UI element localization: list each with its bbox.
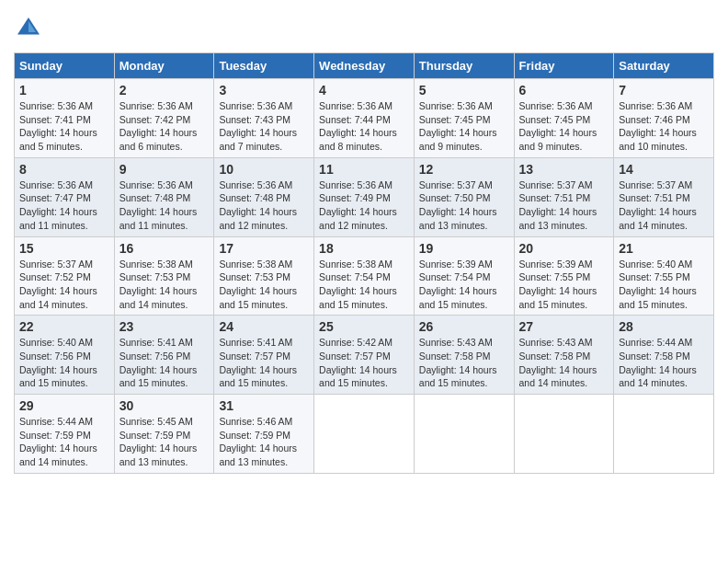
day-info: Sunrise: 5:37 AMSunset: 7:51 PMDaylight:… (519, 178, 609, 233)
day-number: 15 (19, 241, 109, 256)
weekday-header: Wednesday (314, 53, 415, 79)
day-number: 23 (119, 319, 210, 334)
day-info: Sunrise: 5:43 AMSunset: 7:58 PMDaylight:… (519, 336, 609, 390)
day-number: 19 (419, 241, 509, 256)
day-number: 27 (519, 319, 609, 334)
day-number: 13 (519, 162, 609, 177)
day-number: 28 (619, 319, 709, 334)
day-number: 11 (319, 162, 409, 177)
calendar-cell: 7 Sunrise: 5:36 AMSunset: 7:46 PMDayligh… (614, 79, 714, 158)
day-info: Sunrise: 5:42 AMSunset: 7:57 PMDaylight:… (319, 336, 409, 390)
day-number: 6 (519, 83, 609, 98)
weekday-header: Thursday (414, 53, 514, 79)
day-info: Sunrise: 5:36 AMSunset: 7:49 PMDaylight:… (319, 178, 409, 233)
day-number: 10 (219, 162, 309, 177)
day-info: Sunrise: 5:36 AMSunset: 7:48 PMDaylight:… (219, 178, 309, 233)
calendar-cell: 29 Sunrise: 5:44 AMSunset: 7:59 PMDaylig… (15, 395, 115, 474)
weekday-header: Friday (514, 53, 614, 79)
calendar-cell: 12 Sunrise: 5:37 AMSunset: 7:50 PMDaylig… (414, 157, 514, 236)
calendar-cell: 6 Sunrise: 5:36 AMSunset: 7:45 PMDayligh… (514, 79, 614, 158)
calendar-cell (314, 395, 415, 474)
calendar-week-row: 15 Sunrise: 5:37 AMSunset: 7:52 PMDaylig… (15, 236, 714, 316)
weekday-header: Saturday (614, 53, 714, 79)
header (14, 14, 714, 43)
day-info: Sunrise: 5:37 AMSunset: 7:51 PMDaylight:… (619, 178, 709, 233)
calendar-week-row: 1 Sunrise: 5:36 AMSunset: 7:41 PMDayligh… (15, 79, 714, 158)
day-info: Sunrise: 5:36 AMSunset: 7:42 PMDaylight:… (119, 99, 210, 154)
day-number: 12 (419, 162, 509, 177)
day-number: 24 (219, 319, 309, 334)
calendar-cell: 18 Sunrise: 5:38 AMSunset: 7:54 PMDaylig… (314, 236, 415, 316)
day-number: 22 (19, 319, 109, 334)
calendar-cell: 20 Sunrise: 5:39 AMSunset: 7:55 PMDaylig… (514, 236, 614, 316)
calendar-cell: 25 Sunrise: 5:42 AMSunset: 7:57 PMDaylig… (314, 316, 415, 395)
calendar-cell: 22 Sunrise: 5:40 AMSunset: 7:56 PMDaylig… (15, 316, 115, 395)
calendar-cell: 21 Sunrise: 5:40 AMSunset: 7:55 PMDaylig… (614, 236, 714, 316)
calendar-week-row: 29 Sunrise: 5:44 AMSunset: 7:59 PMDaylig… (15, 395, 714, 474)
calendar-cell: 30 Sunrise: 5:45 AMSunset: 7:59 PMDaylig… (114, 395, 214, 474)
calendar-cell: 10 Sunrise: 5:36 AMSunset: 7:48 PMDaylig… (214, 157, 314, 236)
day-info: Sunrise: 5:38 AMSunset: 7:54 PMDaylight:… (319, 258, 409, 312)
day-number: 26 (419, 319, 509, 334)
calendar-cell: 14 Sunrise: 5:37 AMSunset: 7:51 PMDaylig… (614, 157, 714, 236)
calendar-cell: 8 Sunrise: 5:36 AMSunset: 7:47 PMDayligh… (15, 157, 115, 236)
day-info: Sunrise: 5:38 AMSunset: 7:53 PMDaylight:… (219, 258, 309, 312)
day-info: Sunrise: 5:44 AMSunset: 7:59 PMDaylight:… (19, 415, 109, 469)
calendar-cell: 13 Sunrise: 5:37 AMSunset: 7:51 PMDaylig… (514, 157, 614, 236)
day-number: 16 (119, 241, 210, 256)
day-info: Sunrise: 5:39 AMSunset: 7:55 PMDaylight:… (519, 258, 609, 312)
weekday-header: Monday (114, 53, 214, 79)
calendar-cell: 3 Sunrise: 5:36 AMSunset: 7:43 PMDayligh… (214, 79, 314, 158)
calendar-cell (514, 395, 614, 474)
day-number: 14 (619, 162, 709, 177)
day-info: Sunrise: 5:37 AMSunset: 7:52 PMDaylight:… (19, 258, 109, 312)
day-number: 7 (619, 83, 709, 98)
day-info: Sunrise: 5:36 AMSunset: 7:41 PMDaylight:… (19, 99, 109, 154)
logo-icon (14, 14, 43, 43)
calendar-cell: 24 Sunrise: 5:41 AMSunset: 7:57 PMDaylig… (214, 316, 314, 395)
calendar-week-row: 22 Sunrise: 5:40 AMSunset: 7:56 PMDaylig… (15, 316, 714, 395)
day-number: 30 (119, 398, 210, 413)
day-number: 5 (419, 83, 509, 98)
calendar-cell: 17 Sunrise: 5:38 AMSunset: 7:53 PMDaylig… (214, 236, 314, 316)
weekday-header: Sunday (15, 53, 115, 79)
day-info: Sunrise: 5:36 AMSunset: 7:46 PMDaylight:… (619, 99, 709, 154)
day-number: 8 (19, 162, 109, 177)
calendar-week-row: 8 Sunrise: 5:36 AMSunset: 7:47 PMDayligh… (15, 157, 714, 236)
calendar-cell: 19 Sunrise: 5:39 AMSunset: 7:54 PMDaylig… (414, 236, 514, 316)
calendar-cell: 15 Sunrise: 5:37 AMSunset: 7:52 PMDaylig… (15, 236, 115, 316)
logo (14, 14, 47, 43)
calendar-cell: 31 Sunrise: 5:46 AMSunset: 7:59 PMDaylig… (214, 395, 314, 474)
day-info: Sunrise: 5:40 AMSunset: 7:55 PMDaylight:… (619, 258, 709, 312)
day-number: 20 (519, 241, 609, 256)
calendar-cell: 5 Sunrise: 5:36 AMSunset: 7:45 PMDayligh… (414, 79, 514, 158)
calendar-cell: 23 Sunrise: 5:41 AMSunset: 7:56 PMDaylig… (114, 316, 214, 395)
day-info: Sunrise: 5:36 AMSunset: 7:48 PMDaylight:… (119, 178, 210, 233)
day-number: 31 (219, 398, 309, 413)
day-info: Sunrise: 5:44 AMSunset: 7:58 PMDaylight:… (619, 336, 709, 390)
day-info: Sunrise: 5:45 AMSunset: 7:59 PMDaylight:… (119, 415, 210, 469)
day-number: 18 (319, 241, 409, 256)
weekday-header-row: SundayMondayTuesdayWednesdayThursdayFrid… (15, 53, 714, 79)
calendar-table: SundayMondayTuesdayWednesdayThursdayFrid… (14, 52, 714, 474)
day-info: Sunrise: 5:36 AMSunset: 7:43 PMDaylight:… (219, 99, 309, 154)
day-number: 25 (319, 319, 409, 334)
day-number: 29 (19, 398, 109, 413)
calendar-cell: 2 Sunrise: 5:36 AMSunset: 7:42 PMDayligh… (114, 79, 214, 158)
calendar-cell: 11 Sunrise: 5:36 AMSunset: 7:49 PMDaylig… (314, 157, 415, 236)
weekday-header: Tuesday (214, 53, 314, 79)
day-number: 17 (219, 241, 309, 256)
calendar-cell: 1 Sunrise: 5:36 AMSunset: 7:41 PMDayligh… (15, 79, 115, 158)
calendar-cell (614, 395, 714, 474)
day-info: Sunrise: 5:36 AMSunset: 7:47 PMDaylight:… (19, 178, 109, 233)
day-number: 2 (119, 83, 210, 98)
calendar-cell: 27 Sunrise: 5:43 AMSunset: 7:58 PMDaylig… (514, 316, 614, 395)
day-info: Sunrise: 5:43 AMSunset: 7:58 PMDaylight:… (419, 336, 509, 390)
calendar-cell: 28 Sunrise: 5:44 AMSunset: 7:58 PMDaylig… (614, 316, 714, 395)
day-info: Sunrise: 5:36 AMSunset: 7:45 PMDaylight:… (519, 99, 609, 154)
day-number: 3 (219, 83, 309, 98)
day-info: Sunrise: 5:38 AMSunset: 7:53 PMDaylight:… (119, 258, 210, 312)
day-number: 1 (19, 83, 109, 98)
day-info: Sunrise: 5:41 AMSunset: 7:57 PMDaylight:… (219, 336, 309, 390)
calendar-cell (414, 395, 514, 474)
